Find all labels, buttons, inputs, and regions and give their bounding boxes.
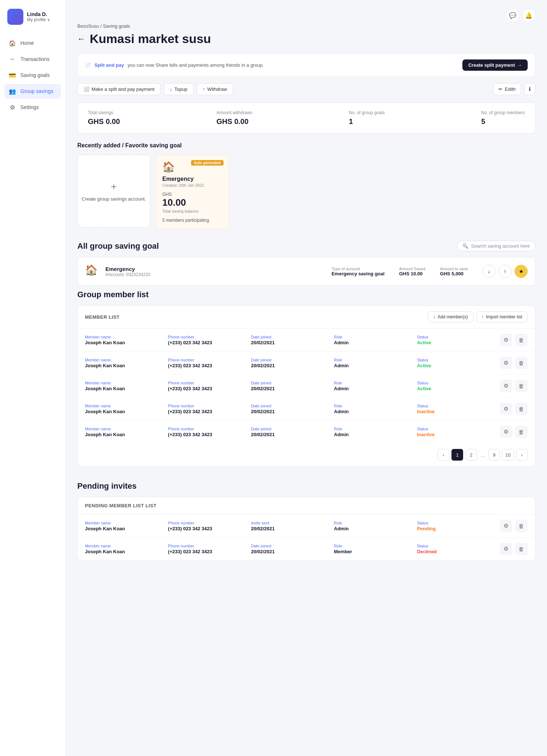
search-box[interactable]: 🔍 Search saving account here: [457, 241, 535, 251]
sidebar-item-home[interactable]: 🏠 Home: [4, 36, 61, 50]
banner-link[interactable]: Split and pay: [94, 62, 124, 68]
goal-withdraw-btn[interactable]: ↓: [482, 265, 496, 278]
import-member-button[interactable]: ↑ Import member list: [476, 311, 528, 322]
gear-icon[interactable]: ⚙: [500, 426, 512, 438]
gear-icon[interactable]: ⚙: [500, 380, 512, 392]
bell-button[interactable]: 🔔: [522, 9, 535, 22]
topup-button[interactable]: ↓ Topup: [164, 83, 194, 95]
split-icon: ⬜: [84, 86, 89, 92]
sidebar-item-transactions[interactable]: ↔ Transactions: [4, 52, 61, 66]
page-1-button[interactable]: 1: [451, 449, 463, 461]
pending-invites-section: Pending invites PENDING MEMBER LIST LIST…: [77, 481, 535, 561]
goal-currency: GHS: [162, 192, 223, 197]
member-phone-col: Phone number (+233) 023 342 3423: [168, 544, 251, 554]
banner-text: 📄 Split and pay you can now Share bills …: [85, 62, 264, 68]
member-date-col: Date joined 20/02/2021: [251, 335, 334, 345]
sidebar-item-group-savings[interactable]: 👥 Group savings: [4, 84, 61, 98]
pending-list-header: PENDING MEMBER LIST LIST: [78, 497, 535, 515]
add-member-button[interactable]: ↓ Add member(s): [428, 311, 473, 322]
goal-members: 5 members participating: [162, 218, 223, 223]
status-badge: Active: [417, 363, 500, 368]
next-page-button[interactable]: ›: [516, 449, 528, 461]
emergency-goal-card[interactable]: Auto generated 🏠 Emergency Created: 20th…: [156, 155, 229, 229]
page-dots: ...: [479, 452, 486, 458]
page-9-button[interactable]: 9: [488, 449, 500, 461]
member-name-col: Member name Joseph Kan Koan: [85, 381, 168, 391]
member-list-actions: ↓ Add member(s) ↑ Import member list: [428, 311, 528, 322]
group-icon: 👥: [9, 88, 16, 95]
member-date-col: Date joined 20/02/2021: [251, 358, 334, 368]
trash-icon[interactable]: 🗑: [515, 334, 528, 346]
trash-icon[interactable]: 🗑: [515, 426, 528, 438]
goal-topup-btn[interactable]: ↑: [498, 265, 512, 278]
saving-icon: 💳: [9, 71, 16, 79]
member-row-actions: ⚙ 🗑: [500, 543, 528, 555]
goals-row: + Create group savings account. Auto gen…: [77, 155, 535, 229]
gear-icon[interactable]: ⚙: [500, 520, 512, 532]
goal-row-info: Emergency #Account: 0323234233: [105, 266, 331, 277]
member-row-actions: ⚙ 🗑: [500, 426, 528, 438]
member-name-col: Member name Joseph Kan Koan: [85, 427, 168, 437]
member-status-col: Status Pending: [417, 521, 500, 531]
status-badge: Pending: [417, 526, 500, 531]
chat-button[interactable]: 💬: [506, 9, 519, 22]
transactions-icon: ↔: [9, 55, 16, 63]
member-row-actions: ⚙ 🗑: [500, 380, 528, 392]
sidebar-item-label: Settings: [20, 104, 39, 110]
all-goals-header: All group saving goal 🔍 Search saving ac…: [77, 241, 535, 251]
page-title: Kumasi market susu: [90, 32, 211, 46]
edit-button[interactable]: ✏ Edith: [493, 83, 521, 95]
sidebar-item-settings[interactable]: ⚙ Settings: [4, 100, 61, 115]
back-arrow[interactable]: ←: [77, 34, 85, 44]
stats-card: Total savings GHS 0.00 Amount withdrawn …: [77, 102, 535, 133]
trash-icon[interactable]: 🗑: [515, 357, 528, 369]
page-header: ← Kumasi market susu: [77, 32, 535, 46]
goal-row-icon: 🏠: [85, 264, 100, 279]
goal-row-account: #Account: 0323234233: [105, 272, 331, 277]
member-status-col: Status Active: [417, 358, 500, 368]
create-group-savings-card[interactable]: + Create group savings account.: [77, 155, 150, 228]
gear-icon[interactable]: ⚙: [500, 334, 512, 346]
goal-row-saved: Amount Saved GHS 10.00: [399, 267, 425, 276]
goal-star-btn[interactable]: ★: [515, 265, 528, 278]
topbar: 💬 🔔: [77, 9, 535, 22]
member-date-col: Invite sent 20/02/2021: [251, 521, 334, 531]
status-badge: Inactive: [417, 432, 500, 437]
withdraw-button[interactable]: ↑ Withdraw: [197, 83, 233, 95]
amount-withdrawn-label: Amount withdrawn: [216, 110, 252, 115]
status-badge: Active: [417, 386, 500, 391]
member-rows: Member name Joseph Kan Koan Phone number…: [78, 329, 535, 443]
create-split-payment-button[interactable]: Create split payment →: [462, 59, 528, 71]
create-card-label: Create group savings account.: [82, 196, 146, 202]
sidebar-item-label: Saving goals: [20, 72, 50, 78]
member-name-col: Member name Joseph Kan Koan: [85, 521, 168, 531]
stat-total-savings: Total savings GHS 0.00: [88, 110, 120, 126]
prev-page-button[interactable]: ‹: [438, 449, 449, 461]
trash-icon[interactable]: 🗑: [515, 520, 528, 532]
member-row: Member name Joseph Kan Koan Phone number…: [78, 420, 535, 443]
member-name-col: Member name Joseph Kan Koan: [85, 544, 168, 554]
edit-icon: ✏: [498, 86, 503, 92]
member-phone-col: Phone number (+233) 023 342 3423: [168, 521, 251, 531]
sidebar-item-saving-goals[interactable]: 💳 Saving goals: [4, 68, 61, 82]
member-name-col: Member name Joseph Kan Koan: [85, 404, 168, 414]
gear-icon[interactable]: ⚙: [500, 543, 512, 555]
goal-row-emergency: 🏠 Emergency #Account: 0323234233 Type of…: [77, 257, 535, 286]
split-pay-button[interactable]: ⬜ Make a split and pay payment: [77, 83, 161, 95]
gear-icon[interactable]: ⚙: [500, 403, 512, 415]
member-row: Member name Joseph Kan Koan Phone number…: [78, 329, 535, 352]
goal-balance-label: Total saving balance: [162, 209, 223, 213]
member-phone-col: Phone number (+233) 023 342 3423: [168, 358, 251, 368]
trash-icon[interactable]: 🗑: [515, 543, 528, 555]
group-members-label: No. of group members: [481, 110, 525, 115]
trash-icon[interactable]: 🗑: [515, 403, 528, 415]
profile-link[interactable]: My profile ∨: [27, 17, 50, 22]
info-button[interactable]: ℹ: [524, 83, 535, 95]
page-10-button[interactable]: 10: [502, 449, 514, 461]
gear-icon[interactable]: ⚙: [500, 357, 512, 369]
auto-badge: Auto generated: [191, 160, 224, 166]
page-2-button[interactable]: 2: [465, 449, 477, 461]
trash-icon[interactable]: 🗑: [515, 380, 528, 392]
goal-row-name: Emergency: [105, 266, 331, 272]
member-row: Member name Joseph Kan Koan Phone number…: [78, 375, 535, 398]
